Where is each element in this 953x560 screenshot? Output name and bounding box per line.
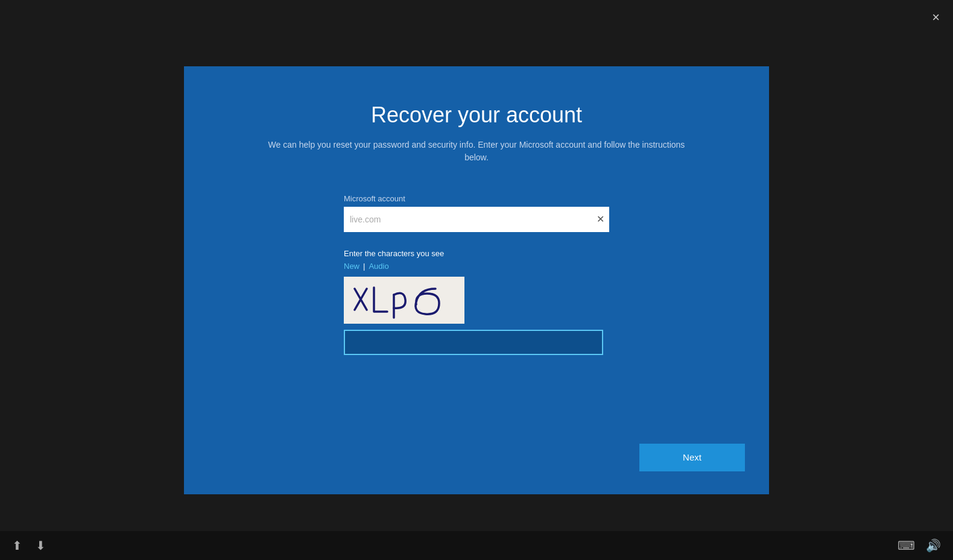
taskbar-left: ⬆ ⬇ [12, 538, 46, 553]
clear-account-button[interactable]: ✕ [597, 215, 604, 224]
dialog-title: Recover your account [371, 102, 582, 128]
taskbar-right: ⌨ 🔊 [898, 538, 941, 553]
account-input[interactable] [344, 207, 609, 232]
form-area: Microsoft account ✕ Enter the characters… [344, 194, 609, 355]
captcha-audio-link[interactable]: Audio [369, 262, 388, 271]
captcha-separator: | [363, 262, 365, 271]
captcha-new-link[interactable]: New [344, 262, 359, 271]
taskbar: ⬆ ⬇ ⌨ 🔊 [0, 531, 953, 560]
account-field-label: Microsoft account [344, 194, 405, 203]
captcha-label: Enter the characters you see [344, 249, 444, 258]
captcha-image [344, 277, 464, 324]
recover-account-dialog: Recover your account We can help you res… [184, 66, 769, 494]
captcha-links: New | Audio [344, 262, 389, 271]
taskbar-upload-icon[interactable]: ⬆ [12, 538, 22, 553]
dialog-subtitle: We can help you reset your password and … [259, 139, 694, 164]
taskbar-keyboard-icon[interactable]: ⌨ [898, 538, 915, 553]
account-input-wrapper: ✕ [344, 207, 609, 232]
close-button[interactable]: × [932, 11, 940, 24]
captcha-text-input[interactable] [344, 330, 603, 355]
taskbar-sound-icon[interactable]: 🔊 [926, 538, 941, 553]
next-button[interactable]: Next [639, 444, 745, 471]
taskbar-download-icon[interactable]: ⬇ [36, 538, 46, 553]
